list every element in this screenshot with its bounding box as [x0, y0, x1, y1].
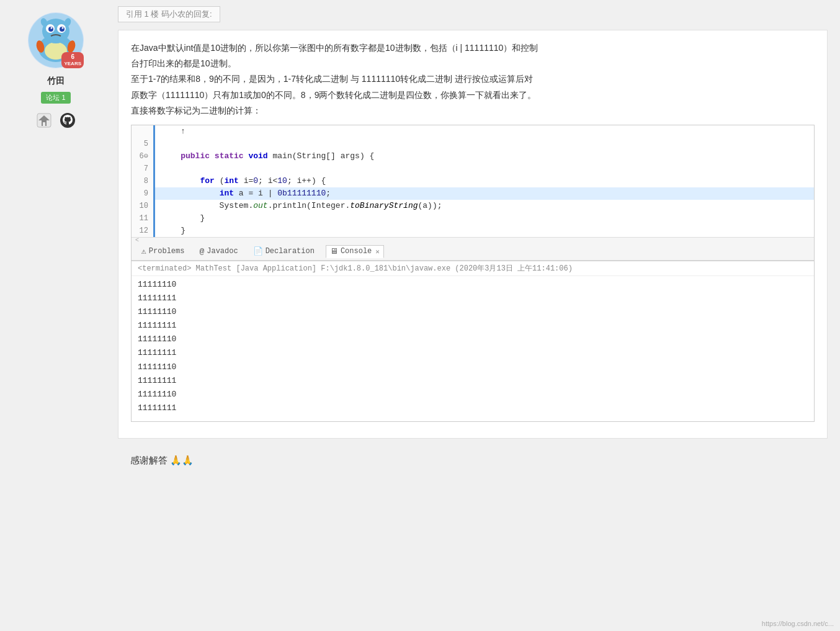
svg-point-9 — [62, 27, 64, 29]
output-line-5: 11111110 — [138, 333, 808, 346]
code-line: 5 — [132, 138, 814, 150]
reply-header: 引用 1 楼 码小农的回复: — [118, 6, 220, 22]
console-area: <terminated> MathTest [Java Application]… — [132, 261, 814, 421]
output-line-3: 11111110 — [138, 305, 808, 319]
code-line: ↑ — [132, 125, 814, 138]
avatar-wrapper: 6 YEARS — [28, 12, 84, 68]
code-line: 7 — [132, 163, 814, 175]
username-label: 竹田 — [47, 76, 65, 87]
ide-toolbar: ⚠ Problems @ Javadoc 📄 Declaration 🖥 Con… — [132, 243, 814, 261]
output-line-7: 11111110 — [138, 360, 808, 374]
output-line-1: 11111110 — [138, 278, 808, 292]
problems-icon: ⚠ — [141, 246, 146, 256]
thanks-area: 感谢解答 🙏🙏 — [118, 445, 828, 477]
code-line: 12 } — [132, 225, 814, 237]
console-output: 11111110 11111111 11111110 11111111 1111… — [132, 276, 814, 421]
icon-row — [35, 111, 77, 130]
output-line-4: 11111111 — [138, 319, 808, 333]
post-text: 在Java中默认int值是10进制的，所以你第一张图中的所有数字都是10进制数，… — [131, 40, 815, 119]
svg-rect-17 — [43, 122, 45, 126]
code-line: 6⊖ public static void main(String[] args… — [132, 150, 814, 163]
console-terminated-line: <terminated> MathTest [Java Application]… — [132, 261, 814, 276]
tab-javadoc[interactable]: @ Javadoc — [195, 246, 241, 257]
tab-problems[interactable]: ⚠ Problems — [138, 245, 188, 257]
output-line-2: 11111111 — [138, 292, 808, 305]
main-content: 引用 1 楼 码小农的回复: 在Java中默认int值是10进制的，所以你第一张… — [112, 0, 840, 631]
post-content: 在Java中默认int值是10进制的，所以你第一张图中的所有数字都是10进制数，… — [118, 30, 828, 439]
sidebar: 6 YEARS 竹田 论坛 1 — [0, 0, 112, 631]
scrollbar-hint: < — [132, 237, 814, 243]
svg-point-8 — [51, 27, 53, 29]
output-line-6: 11111111 — [138, 346, 808, 360]
code-line: 11 } — [132, 212, 814, 225]
output-line-10: 11111111 — [138, 401, 808, 415]
forum-badge: 论坛 1 — [41, 92, 70, 104]
code-area: ↑ 5 6⊖ public static void main(String[] … — [132, 125, 814, 237]
javadoc-icon: @ — [199, 247, 204, 256]
code-line-highlighted: 9 int a = i | 0b11111110; — [132, 187, 814, 200]
home-icon[interactable] — [35, 111, 53, 130]
console-icon: 🖥 — [330, 247, 338, 256]
code-line: 8 for (int i=0; i<10; i++) { — [132, 175, 814, 187]
url-hint: https://blog.csdn.net/c... — [762, 620, 834, 627]
tab-console[interactable]: 🖥 Console ✕ — [326, 245, 384, 258]
ide-block: ↑ 5 6⊖ public static void main(String[] … — [131, 125, 815, 422]
code-line: 10 System.out.println(Integer.toBinarySt… — [132, 200, 814, 212]
github-icon[interactable] — [58, 111, 77, 130]
tab-declaration[interactable]: 📄 Declaration — [249, 245, 318, 257]
declaration-icon: 📄 — [253, 246, 263, 256]
avatar-years-badge: 6 YEARS — [61, 52, 84, 68]
output-line-8: 11111111 — [138, 374, 808, 388]
output-line-9: 11111110 — [138, 388, 808, 401]
